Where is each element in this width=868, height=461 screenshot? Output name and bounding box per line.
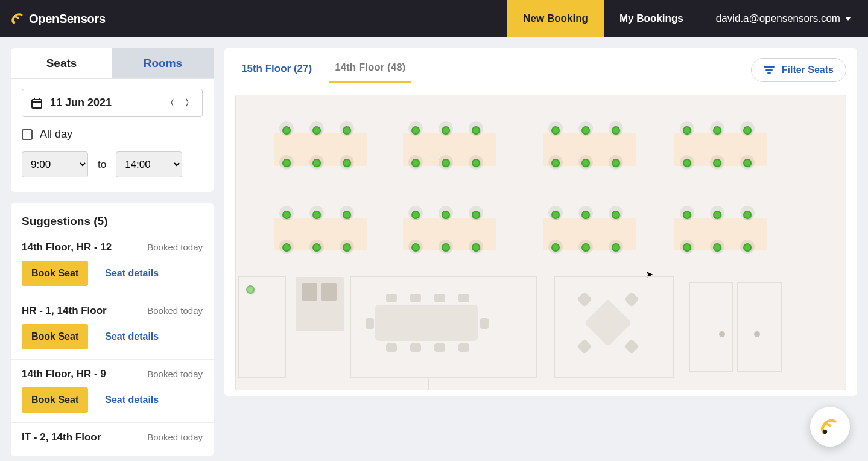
floor-tab-15[interactable]: 15th Floor (27)	[235, 58, 318, 82]
seat-marker[interactable]	[683, 211, 691, 219]
seat-marker[interactable]	[551, 159, 560, 167]
chat-fab[interactable]	[810, 407, 850, 447]
seat-marker[interactable]	[411, 243, 420, 252]
time-from-select[interactable]: 9:00	[22, 151, 88, 177]
seat-marker[interactable]	[743, 126, 752, 135]
seat-marker[interactable]	[581, 159, 590, 167]
seat-marker[interactable]	[282, 126, 291, 135]
book-seat-button[interactable]: Book Seat	[22, 387, 88, 413]
seat-marker[interactable]	[713, 243, 721, 252]
svg-point-0	[13, 21, 16, 24]
seat-marker[interactable]	[411, 211, 420, 219]
seat-marker[interactable]	[683, 126, 691, 135]
seat-marker[interactable]	[472, 126, 480, 135]
filter-icon	[764, 66, 775, 74]
seat-marker[interactable]	[312, 159, 321, 167]
seat-marker[interactable]	[713, 159, 721, 167]
seat-marker[interactable]	[581, 126, 590, 135]
time-to-select[interactable]: 14:00	[116, 151, 182, 177]
my-bookings-button[interactable]: My Bookings	[604, 0, 699, 37]
book-seat-button[interactable]: Book Seat	[22, 324, 88, 349]
seat-marker[interactable]	[743, 159, 752, 167]
seat-marker[interactable]	[411, 126, 420, 135]
room-outline	[428, 378, 429, 390]
seat-marker[interactable]	[743, 211, 752, 219]
seat-marker[interactable]	[713, 211, 721, 219]
all-day-row: All day	[22, 128, 203, 141]
calendar-icon	[31, 97, 43, 109]
all-day-label: All day	[40, 128, 72, 141]
suggestions-card: Suggestions (5) 14th Floor, HR - 12 Book…	[11, 203, 214, 456]
all-day-checkbox[interactable]	[22, 129, 33, 140]
floor-tab-14[interactable]: 14th Floor (48)	[329, 57, 411, 83]
seat-marker[interactable]	[683, 159, 691, 167]
svg-rect-1	[32, 100, 42, 108]
seat-marker[interactable]	[551, 243, 560, 252]
seat-marker[interactable]	[612, 159, 620, 167]
brand-logo: OpenSensors	[0, 11, 106, 26]
seat-marker[interactable]	[472, 243, 480, 252]
seat-details-link[interactable]: Seat details	[105, 268, 159, 279]
seat-marker[interactable]	[442, 159, 450, 167]
tab-seats[interactable]: Seats	[11, 48, 112, 79]
top-nav: OpenSensors New Booking My Bookings davi…	[0, 0, 868, 37]
seat-marker[interactable]	[581, 243, 590, 252]
seat-marker[interactable]	[581, 211, 590, 219]
seat-marker[interactable]	[683, 243, 691, 252]
seat-marker[interactable]	[442, 211, 450, 219]
chevron-down-icon	[845, 17, 851, 21]
seat-marker[interactable]	[312, 243, 321, 252]
seat-marker[interactable]	[612, 211, 620, 219]
chat-icon	[820, 416, 840, 437]
seat-marker[interactable]	[343, 159, 351, 167]
seat-marker[interactable]	[551, 126, 560, 135]
book-seat-button[interactable]: Book Seat	[22, 261, 88, 286]
seat-marker[interactable]	[612, 126, 620, 135]
chair	[458, 343, 469, 352]
seat-marker[interactable]	[282, 211, 291, 219]
suggestion-item: 14th Floor, HR - 9 Booked today Book Sea…	[11, 360, 214, 423]
seat-marker[interactable]	[343, 126, 351, 135]
time-to-label: to	[98, 159, 106, 171]
seat-marker[interactable]	[411, 159, 420, 167]
date-picker[interactable]: 11 Jun 2021 〈 〉	[22, 89, 203, 117]
suggestion-title: HR - 1, 14th Floor	[22, 305, 107, 317]
prev-day-button[interactable]: 〈	[166, 98, 174, 109]
tab-rooms[interactable]: Rooms	[112, 48, 214, 79]
seat-marker[interactable]	[713, 126, 721, 135]
next-day-button[interactable]: 〉	[185, 98, 194, 109]
suggestion-item: IT - 2, 14th Floor Booked today	[11, 423, 214, 453]
seat-marker[interactable]	[472, 159, 480, 167]
seat-marker[interactable]	[472, 211, 480, 219]
chair	[434, 343, 445, 352]
chair	[458, 294, 469, 302]
meeting-table	[375, 305, 478, 341]
chair	[366, 318, 374, 329]
seat-details-link[interactable]: Seat details	[105, 395, 159, 405]
brand-name: OpenSensors	[29, 12, 106, 26]
seat-marker[interactable]	[282, 243, 291, 252]
suggestion-title: 14th Floor, HR - 9	[22, 368, 106, 380]
seat-marker[interactable]	[312, 126, 321, 135]
seat-marker[interactable]	[343, 211, 351, 219]
seat-marker[interactable]	[282, 159, 291, 167]
chair	[480, 318, 489, 329]
seat-marker[interactable]	[442, 126, 450, 135]
tab-seats-label: Seats	[46, 57, 77, 69]
seat-dot	[246, 285, 255, 294]
room-outline	[321, 283, 337, 301]
seat-marker[interactable]	[442, 243, 450, 252]
room-outline	[737, 282, 782, 372]
seat-marker[interactable]	[312, 211, 321, 219]
floorplan[interactable]: ➤	[235, 95, 846, 390]
seat-marker[interactable]	[551, 211, 560, 219]
new-booking-button[interactable]: New Booking	[507, 0, 604, 37]
seat-marker[interactable]	[743, 243, 752, 252]
user-menu[interactable]: david.a@opensensors.com	[699, 13, 868, 25]
main-layout: Seats Rooms 11 Jun 2021 〈	[0, 37, 868, 461]
seat-marker[interactable]	[343, 243, 351, 252]
seat-details-link[interactable]: Seat details	[105, 331, 159, 342]
filter-seats-button[interactable]: Filter Seats	[751, 58, 846, 82]
seat-marker[interactable]	[612, 243, 620, 252]
chair	[386, 343, 397, 352]
